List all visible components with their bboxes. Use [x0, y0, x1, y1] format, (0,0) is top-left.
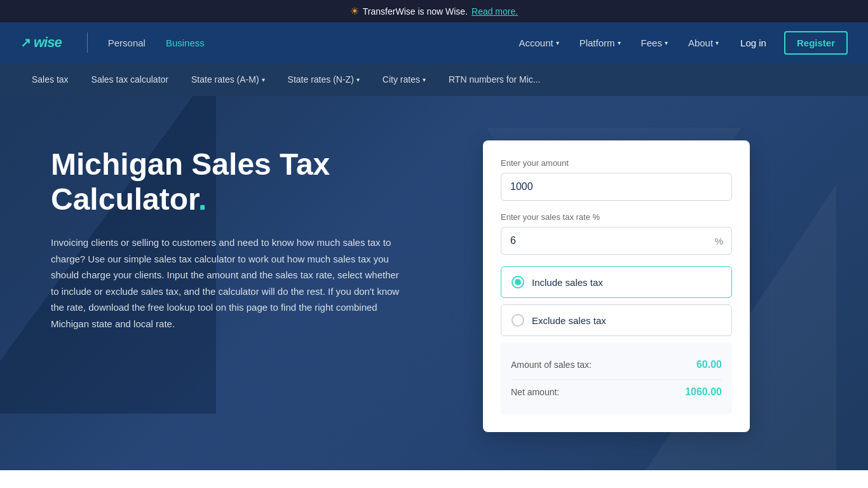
nav-business[interactable]: Business: [156, 22, 215, 63]
nav-login[interactable]: Log in: [730, 37, 776, 48]
sec-nav-rtn-numbers[interactable]: RTN numbers for Mic...: [437, 63, 552, 96]
net-amount-value: 1060.00: [685, 386, 722, 398]
nav-personal[interactable]: Personal: [98, 22, 156, 63]
amount-input[interactable]: [501, 173, 732, 201]
rate-label: Enter your sales tax rate %: [501, 212, 732, 222]
exclude-sales-tax-label: Exclude sales tax: [532, 315, 606, 326]
chevron-down-icon: ▾: [556, 39, 559, 46]
nav-account[interactable]: Account ▾: [510, 22, 567, 63]
rate-input-wrap: %: [501, 227, 732, 255]
sun-icon: ☀: [350, 5, 359, 17]
nav-platform[interactable]: Platform ▾: [571, 22, 630, 63]
nav-fees[interactable]: Fees ▾: [632, 22, 677, 63]
hero-section: Michigan Sales Tax Calculator. Invoicing…: [0, 96, 868, 470]
nav-about[interactable]: About ▾: [679, 22, 728, 63]
amount-input-wrap: [501, 173, 732, 201]
bottom-section: Save with Wise when invoicing clients: [0, 470, 868, 488]
calc-results: Amount of sales tax: 60.00 Net amount: 1…: [501, 342, 732, 414]
sales-tax-amount-value: 60.00: [696, 359, 722, 370]
sec-nav-state-rates-nz[interactable]: State rates (N-Z) ▾: [276, 63, 371, 96]
chevron-down-icon: ▾: [356, 76, 360, 83]
banner-link[interactable]: Read more.: [471, 6, 518, 17]
nav-links-right: Account ▾ Platform ▾ Fees ▾ About ▾ Log …: [510, 22, 848, 63]
page-title: Michigan Sales Tax Calculator.: [51, 147, 483, 217]
include-sales-tax-option[interactable]: Include sales tax: [501, 266, 732, 298]
banner-text: TransferWise is now Wise.: [363, 6, 468, 17]
hero-description: Invoicing clients or selling to customer…: [51, 234, 407, 332]
logo-arrow-icon: ↗: [20, 35, 31, 50]
main-nav: ↗ wise Personal Business Account ▾ Platf…: [0, 22, 868, 63]
include-radio-button[interactable]: [512, 276, 524, 288]
sec-nav-city-rates[interactable]: City rates ▾: [371, 63, 437, 96]
nav-register[interactable]: Register: [784, 31, 848, 55]
net-amount-result-row: Net amount: 1060.00: [511, 381, 722, 403]
percent-suffix: %: [715, 236, 723, 247]
top-banner: ☀ TransferWise is now Wise. Read more.: [0, 0, 868, 22]
exclude-sales-tax-option[interactable]: Exclude sales tax: [501, 304, 732, 336]
sec-nav-state-rates-am[interactable]: State rates (A-M) ▾: [180, 63, 276, 96]
logo-text: wise: [34, 34, 62, 51]
calculator-card: Enter your amount Enter your sales tax r…: [483, 140, 750, 432]
chevron-down-icon: ▾: [423, 76, 426, 83]
rate-input[interactable]: [501, 227, 732, 255]
include-sales-tax-label: Include sales tax: [532, 277, 603, 288]
chevron-down-icon: ▾: [715, 39, 719, 46]
net-amount-label: Net amount:: [511, 387, 559, 397]
hero-content: Michigan Sales Tax Calculator. Invoicing…: [51, 134, 483, 332]
nav-links-left: Personal Business: [98, 22, 215, 63]
sales-tax-result-row: Amount of sales tax: 60.00: [511, 354, 722, 380]
nav-divider: [87, 32, 88, 53]
title-dot: .: [198, 182, 207, 216]
amount-label: Enter your amount: [501, 158, 732, 168]
sec-nav-sales-tax[interactable]: Sales tax: [20, 63, 80, 96]
chevron-down-icon: ▾: [262, 76, 265, 83]
sales-tax-amount-label: Amount of sales tax:: [511, 360, 592, 370]
chevron-down-icon: ▾: [665, 39, 668, 46]
chevron-down-icon: ▾: [618, 39, 621, 46]
secondary-nav: Sales tax Sales tax calculator State rat…: [0, 63, 868, 96]
logo[interactable]: ↗ wise: [20, 34, 62, 51]
sec-nav-sales-tax-calc[interactable]: Sales tax calculator: [80, 63, 180, 96]
exclude-radio-button[interactable]: [512, 314, 524, 327]
